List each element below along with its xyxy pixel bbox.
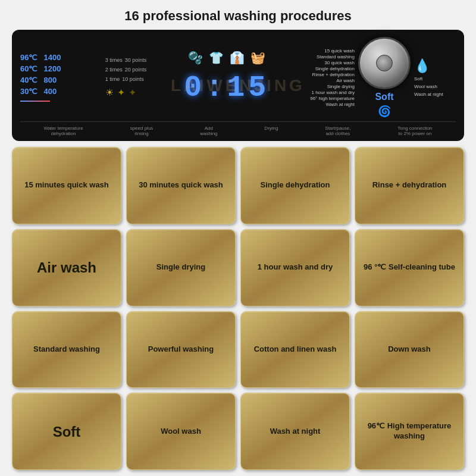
tile-self-clean[interactable]: 96 °℃ Self-cleaning tube [355,229,464,306]
tile-air[interactable]: Air wash [12,229,121,306]
soft-label: Soft [375,92,393,102]
tile-air-label: Air wash [37,258,96,277]
wash-programs-grid: 15 minutes quick wash30 minutes quick wa… [12,147,464,470]
temp-30: 30℃ [20,87,37,96]
tile-rinse-label: Rinse + dehydration [372,180,447,190]
dial-label-rinsedehy: Rinse + dehydration [301,72,355,77]
dryclean-icon: 🧺 [250,51,265,65]
time-display: 0:15 [184,71,270,105]
sun3-icon: ✦ [129,87,136,98]
label-drying: Drying [264,126,278,136]
tile-single-dehy[interactable]: Single dehydration [240,147,350,224]
tile-30min-label: 30 minutes quick wash [139,180,223,190]
dial-label-quickwash15: 15 quick wash [301,48,355,54]
tile-hightemp-label: 96℃ High temperature washing [359,421,460,441]
display-panel: LAIWENJING 96℃ 60℃ 40℃ 30℃ 1400 1200 800 [12,30,464,141]
icons-panel: 3 times 30 points 2 times 20 points 1 ti… [105,57,153,98]
dial-label-singledehy: Single dehydration [301,66,355,71]
temp-96: 96℃ [20,53,37,62]
wash-icon: 🫧 [188,51,203,65]
sun-icon: ☀ [105,87,114,98]
dial-knob[interactable] [358,37,411,89]
tshirt-icon: 👕 [209,51,224,65]
tile-cotton[interactable]: Cotton and linen wash [240,311,350,389]
tile-down-label: Down wash [388,345,431,355]
label-speed: speed plusrinsing [130,126,154,136]
dial-label-washnight2: Wash at night [414,92,456,97]
page-title: 16 professional washing procedures [0,8,476,24]
label-power: Tong connectionto 2% power on [397,126,432,136]
wool-icon: 🌀 [378,105,391,118]
temp-60: 60℃ [20,64,37,73]
tile-15min-label: 15 minutes quick wash [24,180,109,190]
times-2-label: 2 times [105,67,123,73]
tile-down[interactable]: Down wash [355,311,464,389]
tile-soft-label: Soft [53,422,81,441]
dial-label-washnight: Wash at night [301,102,355,107]
tile-1hour-label: 1 hour wash and dry [258,262,333,273]
tile-standard-label: Standard washing [33,345,100,355]
tile-30min[interactable]: 30 minutes quick wash [126,147,236,224]
label-watertemp: Water temperaturedehydration [43,126,83,136]
tile-single-dry[interactable]: Single drying [126,229,236,306]
tile-1hour[interactable]: 1 hour wash and dry [240,229,350,306]
dial-label-quickwash30: 30 quick wash [301,60,355,65]
tile-hightemp[interactable]: 96℃ High temperature washing [355,393,464,470]
times-3-label: 3 times [105,57,123,63]
dial-label-singledry: Single drying [301,84,355,89]
center-panel: 🫧 👕 👔 🧺 0:15 [184,51,270,105]
points-30-label: 30 points [125,57,147,63]
tile-single-dry-label: Single drying [156,262,205,273]
points-20-label: 20 points [125,67,147,73]
dial-label-soft: Soft [414,76,456,82]
tile-standard[interactable]: Standard washing [12,311,121,389]
bar-indicator [20,101,50,102]
shirt-icon: 👔 [230,51,245,65]
times-1-label: 1 time [105,76,120,82]
dial-label-96high: 96° high temperature [301,96,355,101]
temp-40: 40℃ [20,76,37,84]
control-labels: Water temperaturedehydration speed plusr… [20,121,456,136]
temp-rpm-panel: 96℃ 60℃ 40℃ 30℃ 1400 1200 800 400 [20,53,74,102]
tile-night-label: Wash at night [270,427,321,437]
label-startpause: Start/pause,add clothes [325,126,350,136]
label-addwash: Addwashing [200,126,217,136]
rpm-800: 800 [43,76,61,84]
dial-label-airwash: Air wash [301,78,355,83]
tile-powerful[interactable]: Powerful washing [126,311,236,389]
dial-label-woolwash: Wool wash [414,84,456,89]
right-panel: 15 quick wash Standard washing 30 quick … [301,37,456,118]
dial-label-1hour: 1 hour wash and dry [301,90,355,95]
dial-label-standard: Standard washing [301,54,355,60]
sun2-icon: ✦ [117,87,125,98]
tile-rinse[interactable]: Rinse + dehydration [355,147,464,224]
tile-cotton-label: Cotton and linen wash [254,345,337,355]
tile-wool-label: Wool wash [161,427,201,437]
tile-powerful-label: Powerful washing [148,345,214,355]
rpm-400: 400 [43,87,61,96]
rpm-1400: 1400 [43,53,61,62]
prewash-icon: 💧 [414,58,456,74]
tile-wool[interactable]: Wool wash [126,393,236,470]
tile-soft[interactable]: Soft [12,393,121,470]
points-10-label: 10 points [122,76,144,82]
tile-15min[interactable]: 15 minutes quick wash [12,147,121,224]
tile-single-dehy-label: Single dehydration [260,180,330,190]
tile-self-clean-label: 96 °℃ Self-cleaning tube [364,262,455,273]
rpm-1200: 1200 [43,64,61,73]
tile-night[interactable]: Wash at night [240,393,350,470]
